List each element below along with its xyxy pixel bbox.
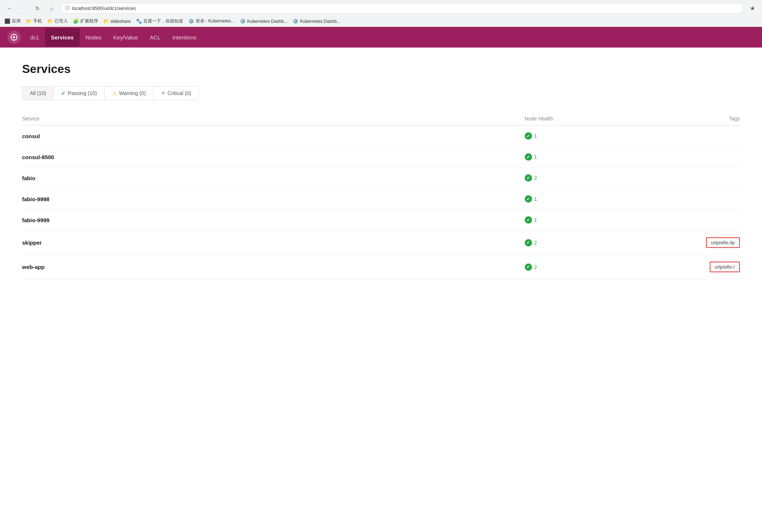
forward-button[interactable]: → [18, 3, 29, 14]
services-table: Service Node Health Tags consul ✔ 1 cons… [22, 112, 740, 279]
health-count: 2 [534, 264, 537, 270]
tags-cell [632, 189, 740, 210]
health-count: 1 [534, 154, 537, 160]
service-name: consul [22, 126, 525, 147]
bookmark-phone[interactable]: 📁 手机 [26, 18, 42, 24]
address-bar[interactable]: ⓘ localhost:8500/ui/dc1/services [60, 3, 744, 14]
main-content: Services All (10) ✔ Passing (10) ⚠ Warni… [0, 48, 762, 294]
col-header-health: Node Health [525, 112, 632, 126]
tags-cell [632, 210, 740, 231]
health-cell: ✔ 1 [525, 126, 632, 147]
filter-passing-label: Passing (10) [68, 90, 97, 96]
tag-badge-highlighted: urlprefix-/ip [706, 237, 740, 248]
consul-logo-icon [10, 33, 18, 41]
service-name: skipper [22, 231, 525, 255]
health-count: 2 [534, 240, 537, 246]
table-row[interactable]: fabio-9998 ✔ 1 [22, 189, 740, 210]
table-row[interactable]: fabio ✔ 2 [22, 168, 740, 189]
tags-cell-highlighted: urlprefix-/ip [632, 231, 740, 255]
reload-button[interactable]: ↻ [32, 3, 43, 14]
tags-cell-highlighted: urlprefix-/ [632, 255, 740, 279]
health-check-icon: ✔ [525, 153, 532, 161]
table-row[interactable]: skipper ✔ 2 urlprefix-/ip [22, 231, 740, 255]
col-header-service: Service [22, 112, 525, 126]
bookmark-slideshare[interactable]: 📁 slideshare [103, 18, 131, 24]
health-cell: ✔ 2 [525, 231, 632, 255]
nav-datacenter: dc1 [26, 28, 43, 46]
health-cell: ✔ 2 [525, 255, 632, 279]
service-name: fabio [22, 168, 525, 189]
bookmark-apps[interactable]: ⬛ 应用 [4, 18, 21, 24]
filter-all-label: All (10) [30, 90, 46, 96]
nav-intentions[interactable]: Intentions [167, 28, 202, 46]
health-count: 1 [534, 217, 537, 223]
svg-point-1 [13, 36, 15, 38]
back-button[interactable]: ← [4, 3, 15, 14]
passing-icon: ✔ [61, 90, 66, 96]
health-cell: ✔ 1 [525, 147, 632, 168]
health-check-icon: ✔ [525, 216, 532, 224]
filter-tab-all[interactable]: All (10) [22, 87, 54, 100]
critical-icon: ✕ [161, 90, 165, 96]
nav-key-value[interactable]: Key/Value [107, 28, 144, 46]
tags-cell [632, 168, 740, 189]
bookmark-star-button[interactable]: ★ [747, 3, 758, 14]
table-row[interactable]: consul ✔ 1 [22, 126, 740, 147]
app-logo [7, 31, 21, 44]
app-nav: dc1 Services Nodes Key/Value ACL Intenti… [0, 27, 762, 48]
table-row[interactable]: web-app ✔ 2 urlprefix-/ [22, 255, 740, 279]
browser-toolbar: ← → ↻ ⌂ ⓘ localhost:8500/ui/dc1/services… [0, 0, 762, 17]
table-header: Service Node Health Tags [22, 112, 740, 126]
service-name: consul-8500 [22, 147, 525, 168]
nav-nodes[interactable]: Nodes [80, 28, 107, 46]
health-check-icon: ✔ [525, 132, 532, 140]
bookmark-k8s-dash1[interactable]: ⚙️ Kubernetes Dashb... [240, 18, 287, 24]
table-row[interactable]: consul-8500 ✔ 1 [22, 147, 740, 168]
health-count: 2 [534, 175, 537, 181]
health-count: 1 [534, 133, 537, 139]
filter-tab-warning[interactable]: ⚠ Warning (0) [105, 87, 154, 100]
nav-services[interactable]: Services [45, 28, 80, 46]
bookmark-k8s-dash2[interactable]: ⚙️ Kubernetes Dashb... [293, 18, 340, 24]
filter-critical-label: Critical (0) [168, 90, 191, 96]
filter-tab-critical[interactable]: ✕ Critical (0) [154, 87, 199, 100]
health-cell: ✔ 1 [525, 210, 632, 231]
nav-acl[interactable]: ACL [144, 28, 167, 46]
filter-tabs: All (10) ✔ Passing (10) ⚠ Warning (0) ✕ … [22, 86, 199, 100]
browser-chrome: ← → ↻ ⌂ ⓘ localhost:8500/ui/dc1/services… [0, 0, 762, 27]
col-header-tags: Tags [632, 112, 740, 126]
service-name: fabio-9999 [22, 210, 525, 231]
service-name: fabio-9998 [22, 189, 525, 210]
table-row[interactable]: fabio-9999 ✔ 1 [22, 210, 740, 231]
health-check-icon: ✔ [525, 195, 532, 203]
filter-warning-label: Warning (0) [119, 90, 146, 96]
home-button[interactable]: ⌂ [46, 3, 57, 14]
tag-badge-highlighted: urlprefix-/ [710, 262, 740, 272]
health-count: 1 [534, 196, 537, 202]
lock-icon: ⓘ [65, 5, 70, 11]
bookmark-k8s-login[interactable]: ⚙️ 登录 - Kubernetes... [188, 18, 235, 24]
tags-cell [632, 147, 740, 168]
page-title: Services [22, 62, 740, 76]
bookmark-baidu[interactable]: 🐾 百度一下，你就知道 [136, 18, 183, 24]
table-body: consul ✔ 1 consul-8500 ✔ 1 [22, 126, 740, 279]
warning-icon: ⚠ [112, 90, 117, 96]
health-cell: ✔ 2 [525, 168, 632, 189]
url-text: localhost:8500/ui/dc1/services [72, 6, 136, 11]
bookmarks-bar: ⬛ 应用 📁 手机 📁 已导入 🧩 扩展程序 📁 slideshare 🐾 百度… [0, 17, 762, 27]
health-check-icon: ✔ [525, 174, 532, 182]
health-cell: ✔ 1 [525, 189, 632, 210]
filter-tab-passing[interactable]: ✔ Passing (10) [54, 87, 105, 100]
tags-cell [632, 126, 740, 147]
health-check-icon: ✔ [525, 239, 532, 246]
bookmark-imported[interactable]: 📁 已导入 [47, 18, 68, 24]
service-name: web-app [22, 255, 525, 279]
bookmark-extensions[interactable]: 🧩 扩展程序 [73, 18, 98, 24]
health-check-icon: ✔ [525, 263, 532, 271]
